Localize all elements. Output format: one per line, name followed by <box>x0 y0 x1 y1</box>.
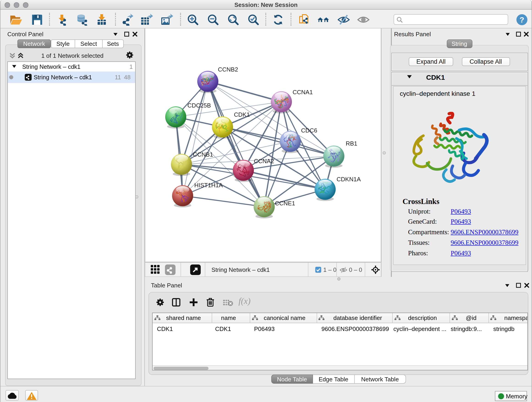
svg-text:CCNB1: CCNB1 <box>193 151 213 158</box>
svg-text:HIST1H1A: HIST1H1A <box>194 182 223 189</box>
svg-text:CCNE1: CCNE1 <box>275 200 295 207</box>
svg-text:CDC6: CDC6 <box>301 127 317 134</box>
svg-text:?: ? <box>520 15 525 24</box>
svg-text:CCNA1: CCNA1 <box>292 89 312 96</box>
svg-text:CDC25B: CDC25B <box>187 102 211 109</box>
svg-text:CCNA2: CCNA2 <box>254 158 274 165</box>
svg-text:CDKN1A: CDKN1A <box>336 176 361 183</box>
svg-text:CCNB2: CCNB2 <box>218 66 238 73</box>
svg-text:RB1: RB1 <box>346 140 357 147</box>
svg-text:CDK1: CDK1 <box>234 111 249 118</box>
